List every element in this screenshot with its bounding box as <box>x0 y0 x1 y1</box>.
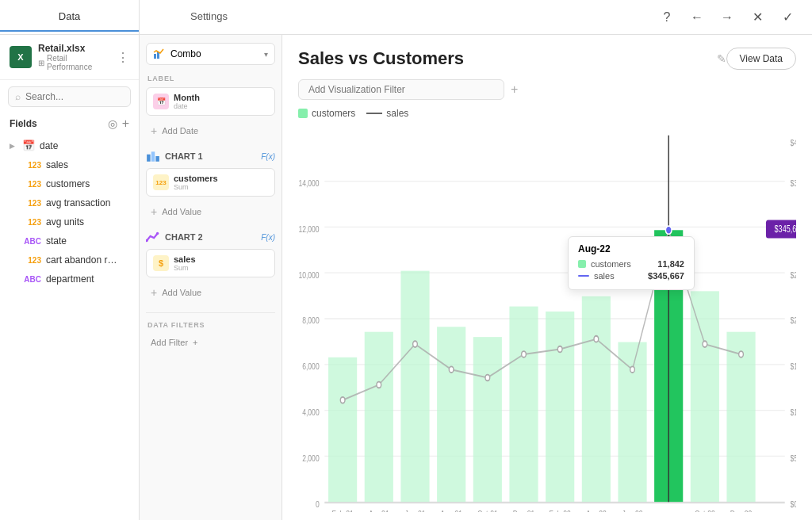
svg-rect-38 <box>546 312 574 502</box>
svg-text:Jun-22: Jun-22 <box>622 509 642 512</box>
chart2-fx-button[interactable]: F(x) <box>261 233 275 242</box>
tooltip-customers-value: 11,842 <box>657 259 684 269</box>
svg-point-56 <box>739 351 744 358</box>
svg-rect-2 <box>147 155 151 162</box>
svg-point-47 <box>413 341 418 347</box>
view-data-button[interactable]: View Data <box>726 48 796 70</box>
field-arrow: ▶ <box>10 142 17 150</box>
calendar-icon: 📅 <box>22 140 35 151</box>
search-input[interactable] <box>25 91 124 102</box>
svg-text:$350,000: $350,000 <box>790 178 796 188</box>
value-type-icon: 123 <box>153 174 169 190</box>
viz-add-icon[interactable]: + <box>511 82 518 97</box>
chart1-fx-button[interactable]: F(x) <box>261 152 275 161</box>
field-item-sales[interactable]: 123 sales <box>0 155 139 174</box>
search-box: ⌕ <box>8 86 131 107</box>
table-icon: ⊞ <box>38 59 44 67</box>
field-name: avg units <box>46 216 84 228</box>
svg-text:14,000: 14,000 <box>298 178 319 188</box>
customers-chip[interactable]: 123 customers Sum <box>146 168 275 197</box>
edit-icon[interactable]: ✎ <box>717 52 726 65</box>
svg-rect-37 <box>509 307 538 503</box>
add-date-label: Add Date <box>162 126 198 136</box>
field-item-avg-units[interactable]: 123 avg units <box>0 212 139 231</box>
add-field-button[interactable]: + <box>122 117 129 131</box>
chart2-section: CHART 2 F(x) $ sales Sum + Add Value <box>146 230 275 303</box>
add-filter-button[interactable]: Add Filter + <box>146 334 275 351</box>
tab-settings[interactable]: Settings <box>140 2 278 32</box>
main-content: X Retail.xlsx ⊞ Retail Performance ⋮ ⌕ F… <box>0 35 812 520</box>
chart-legend: customers sales <box>298 108 796 119</box>
field-item-department[interactable]: ABC department <box>0 270 139 289</box>
tab-data[interactable]: Data <box>0 2 139 32</box>
combo-label: Combo <box>170 48 259 59</box>
fields-list: ▶ 📅 date 123 sales 123 customers 123 avg… <box>0 134 139 520</box>
add-value2-button[interactable]: + Add Value <box>146 282 275 303</box>
plus-icon: + <box>151 205 157 218</box>
help-icon[interactable]: ? <box>658 9 676 26</box>
combo-selector[interactable]: Combo ▾ <box>146 43 275 65</box>
back-icon[interactable]: ← <box>688 9 706 26</box>
svg-rect-42 <box>691 291 719 502</box>
field-type-abc: ABC <box>22 237 41 246</box>
svg-point-45 <box>340 397 345 403</box>
tooltip-customers-color <box>578 260 586 268</box>
month-chip[interactable]: 📅 Month date <box>146 87 275 116</box>
chart2-title: CHART 2 <box>165 232 256 242</box>
add-date-button[interactable]: + Add Date <box>146 120 275 141</box>
field-item-cart-abandon[interactable]: 123 cart abandon ra... <box>0 250 139 270</box>
field-item-state[interactable]: ABC state <box>0 231 139 250</box>
chart2-header: CHART 2 F(x) <box>146 230 275 244</box>
field-item-avg-transaction[interactable]: 123 avg transaction <box>0 193 139 212</box>
check-icon[interactable]: ✓ <box>779 9 796 26</box>
data-filters-label: DATA FILTERS <box>146 321 275 329</box>
svg-rect-3 <box>151 151 155 161</box>
tooltip-sales-value: $345,667 <box>648 271 684 281</box>
data-filters-section: DATA FILTERS Add Filter + <box>146 312 275 351</box>
viz-filter-input[interactable] <box>298 79 504 100</box>
svg-rect-0 <box>154 54 156 59</box>
forward-icon[interactable]: → <box>718 9 736 26</box>
tooltip-customers-label: customers <box>591 259 653 269</box>
value-name: customers <box>174 174 268 183</box>
add-filter-label: Add Filter <box>151 338 188 347</box>
field-item-customers[interactable]: 123 customers <box>0 174 139 193</box>
file-menu-button[interactable]: ⋮ <box>117 50 129 65</box>
svg-text:8,000: 8,000 <box>302 315 320 325</box>
field-type-num: 123 <box>22 180 41 189</box>
svg-text:4,000: 4,000 <box>302 407 320 417</box>
field-type-num: 123 <box>22 161 41 170</box>
legend-customers: customers <box>298 108 355 119</box>
sales-chip[interactable]: $ sales Sum <box>146 249 275 277</box>
field-type-num: 123 <box>22 218 41 227</box>
close-icon[interactable]: ✕ <box>749 9 766 26</box>
tooltip-row-customers: customers 11,842 <box>578 259 684 269</box>
field-item-date[interactable]: ▶ 📅 date <box>0 136 139 155</box>
month-icon: 📅 <box>153 94 169 109</box>
mid-panel: Combo ▾ LABEL 📅 Month date + Add Date <box>140 35 282 520</box>
chart-svg-container: 0 2,000 4,000 6,000 8,000 10,000 12,000 … <box>298 125 796 512</box>
field-name: cart abandon ra... <box>46 254 117 266</box>
search-icon: ⌕ <box>15 91 21 102</box>
tooltip-date: Aug-22 <box>578 243 684 254</box>
file-name: Retail.xlsx <box>38 43 110 54</box>
plus-icon: + <box>193 338 197 347</box>
value-agg: Sum <box>174 264 268 272</box>
field-name: state <box>46 235 67 247</box>
chart-main-title: Sales vs Customers <box>298 48 710 69</box>
svg-point-46 <box>377 382 381 388</box>
svg-point-50 <box>522 351 527 358</box>
svg-text:Apr-21: Apr-21 <box>369 509 389 512</box>
svg-text:$400,000: $400,000 <box>790 137 796 147</box>
add-value1-button[interactable]: + Add Value <box>146 201 275 222</box>
chart1-section: CHART 1 F(x) 123 customers Sum + Add Val… <box>146 149 275 222</box>
value-text: sales Sum <box>174 254 268 272</box>
brain-icon[interactable]: ◎ <box>108 117 117 130</box>
svg-point-6 <box>156 232 159 235</box>
svg-point-48 <box>449 366 454 373</box>
field-name: sales <box>46 159 68 170</box>
svg-rect-36 <box>473 337 502 502</box>
svg-text:Feb-22: Feb-22 <box>550 509 571 512</box>
svg-rect-39 <box>582 296 611 502</box>
file-header: X Retail.xlsx ⊞ Retail Performance ⋮ <box>0 35 139 80</box>
